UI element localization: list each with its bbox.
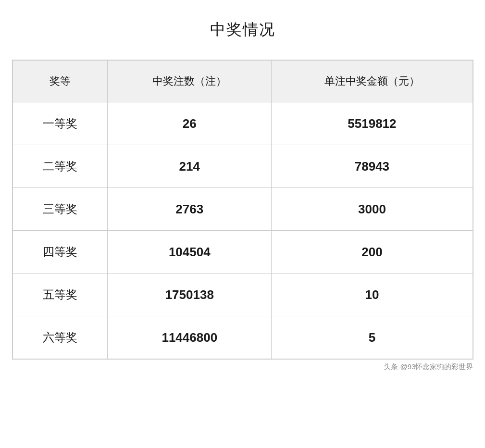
prize-count-cell: 2763: [108, 188, 272, 231]
watermark: 头条 @93怀念家驹的彩世界: [12, 362, 473, 372]
prize-name-cell: 六等奖: [12, 316, 108, 359]
prize-table: 奖等 中奖注数（注） 单注中奖金额（元） 一等奖265519812二等奖2147…: [12, 60, 473, 359]
col-header-prize: 奖等: [12, 61, 108, 102]
prize-name-cell: 一等奖: [12, 102, 108, 145]
prize-table-wrapper: 奖等 中奖注数（注） 单注中奖金额（元） 一等奖265519812二等奖2147…: [12, 60, 473, 360]
prize-count-cell: 1750138: [108, 274, 272, 316]
prize-count-cell: 104504: [108, 231, 272, 274]
table-row: 四等奖104504200: [12, 231, 473, 274]
table-row: 三等奖27633000: [12, 188, 473, 231]
col-header-count: 中奖注数（注）: [108, 61, 272, 102]
table-row: 一等奖265519812: [12, 102, 473, 145]
table-row: 二等奖21478943: [12, 145, 473, 188]
prize-name-cell: 四等奖: [12, 231, 108, 274]
page-title: 中奖情况: [210, 19, 275, 40]
prize-name-cell: 三等奖: [12, 188, 108, 231]
table-header-row: 奖等 中奖注数（注） 单注中奖金额（元）: [12, 61, 473, 102]
prize-count-cell: 26: [108, 102, 272, 145]
table-row: 五等奖175013810: [12, 274, 473, 316]
prize-name-cell: 二等奖: [12, 145, 108, 188]
prize-count-cell: 214: [108, 145, 272, 188]
table-row: 六等奖114468005: [12, 316, 473, 359]
prize-amount-cell: 10: [272, 274, 473, 316]
col-header-amount: 单注中奖金额（元）: [272, 61, 473, 102]
prize-amount-cell: 5: [272, 316, 473, 359]
prize-amount-cell: 200: [272, 231, 473, 274]
prize-amount-cell: 78943: [272, 145, 473, 188]
prize-count-cell: 11446800: [108, 316, 272, 359]
prize-amount-cell: 3000: [272, 188, 473, 231]
prize-name-cell: 五等奖: [12, 274, 108, 316]
prize-amount-cell: 5519812: [272, 102, 473, 145]
